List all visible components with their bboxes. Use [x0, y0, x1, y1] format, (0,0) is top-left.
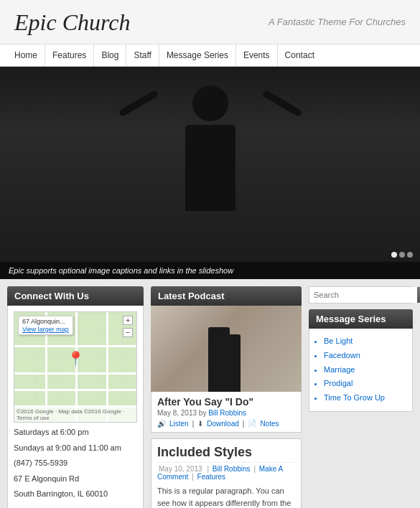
logo-area: Epic Church — [14, 11, 130, 34]
nav-item-events[interactable]: Events — [236, 44, 278, 66]
styles-section-title: Included Styles — [157, 445, 295, 463]
map-address-bubble: 67 Algonquin... View larger map — [18, 316, 73, 335]
podcast-title: After You Say "I Do" — [157, 396, 295, 408]
logo[interactable]: Epic Church — [14, 11, 130, 34]
notes-link[interactable]: Notes — [260, 420, 279, 428]
listen-icon: 🔊 — [157, 420, 166, 428]
slide-dot[interactable] — [399, 252, 405, 258]
map-zoom-out[interactable]: − — [123, 328, 133, 337]
podcast-image — [151, 306, 302, 392]
map-background: 📍 67 Algonquin... View larger map + − ©2… — [14, 312, 136, 422]
podcast-date: May 8, 2013 by Bill Robbins — [157, 409, 295, 417]
podcast-author-link[interactable]: Bill Robbins — [208, 409, 246, 417]
slideshow-image — [0, 67, 420, 279]
message-series-widget: Message Series Be LightFacedownMarriageP… — [309, 309, 413, 412]
message-series-item[interactable]: Be Light — [324, 334, 406, 349]
slide-dots — [391, 252, 413, 258]
slide-caption: Epic supports optional image captions an… — [0, 262, 420, 279]
podcast-widget: Latest Podcast After You Say "I Do" May … — [151, 286, 302, 433]
map-road — [106, 312, 108, 422]
left-column: Connect With Us 📍 67 Algonquin... — [7, 286, 144, 508]
listen-link[interactable]: Listen — [169, 420, 189, 428]
message-series-item[interactable]: Marriage — [324, 363, 406, 377]
slideshow[interactable]: Epic supports optional image captions an… — [0, 67, 420, 279]
podcast-links: 🔊 Listen | ⬇ Download | 📄 Notes — [157, 420, 295, 428]
map-pin: 📍 — [67, 350, 85, 367]
nav-item-features[interactable]: Features — [45, 44, 94, 66]
podcast-body: After You Say "I Do" May 8, 2013 by Bill… — [151, 392, 302, 433]
search-input[interactable] — [309, 287, 417, 303]
schedule-line2: Sundays at 9:00 and 11:00 am — [14, 442, 137, 455]
nav-item-staff[interactable]: Staff — [126, 44, 159, 66]
styles-section-meta: May 10, 2013 | Bill Robbins | Make A Com… — [157, 465, 295, 481]
styles-section-body: This is a regular paragraph. You can see… — [157, 485, 295, 508]
notes-icon: 📄 — [248, 420, 256, 428]
author-link[interactable]: Bill Robbins — [213, 465, 251, 473]
download-link[interactable]: Download — [207, 420, 238, 428]
nav-item-contact[interactable]: Contact — [278, 44, 322, 66]
message-series-body: Be LightFacedownMarriageProdigalTime To … — [309, 329, 413, 412]
map-road — [75, 312, 78, 422]
message-series-item[interactable]: Facedown — [324, 349, 406, 363]
slide-dot[interactable] — [391, 252, 397, 258]
connect-widget-body: 📍 67 Algonquin... View larger map + − ©2… — [7, 306, 144, 508]
connect-widget-title: Connect With Us — [7, 286, 144, 306]
nav-item-message-series[interactable]: Message Series — [159, 44, 236, 66]
message-series-title: Message Series — [309, 309, 413, 329]
map-zoom-in[interactable]: + — [123, 316, 133, 325]
tagline: A Fantastic Theme For Churches — [269, 17, 406, 27]
map-container[interactable]: 📍 67 Algonquin... View larger map + − ©2… — [14, 311, 137, 423]
address-line2: South Barrington, IL 60010 — [14, 488, 137, 501]
features-link[interactable]: Features — [197, 473, 225, 481]
right-column: Search Message Series Be LightFacedownMa… — [309, 286, 413, 508]
nav-item-home[interactable]: Home — [11, 44, 45, 66]
message-series-item[interactable]: Prodigal — [324, 377, 406, 391]
message-series-list: Be LightFacedownMarriageProdigalTime To … — [324, 334, 406, 405]
schedule-line1: Saturdays at 6:00 pm — [14, 426, 137, 439]
search-button[interactable]: Search — [417, 287, 420, 303]
map-copyright: ©2016 Google · Map data ©2016 Google · T… — [14, 408, 136, 422]
address-line1: 67 E Algonquin Rd — [14, 473, 137, 486]
view-larger-map-link[interactable]: View larger map — [22, 326, 69, 333]
navigation: HomeFeaturesBlogStaffMessage SeriesEvent… — [0, 44, 420, 67]
middle-column: Latest Podcast After You Say "I Do" May … — [151, 286, 302, 508]
download-icon: ⬇ — [197, 420, 203, 428]
main-content: Connect With Us 📍 67 Algonquin... — [0, 279, 420, 508]
message-series-item[interactable]: Time To Grow Up — [324, 391, 406, 405]
search-box: Search — [309, 286, 413, 304]
phone: (847) 755-5939 — [14, 457, 137, 470]
podcast-widget-title: Latest Podcast — [151, 286, 302, 306]
header: Epic Church A Fantastic Theme For Church… — [0, 0, 420, 44]
slide-dot[interactable] — [407, 252, 413, 258]
styles-section: Included Styles May 10, 2013 | Bill Robb… — [151, 438, 302, 508]
nav-item-blog[interactable]: Blog — [94, 44, 126, 66]
